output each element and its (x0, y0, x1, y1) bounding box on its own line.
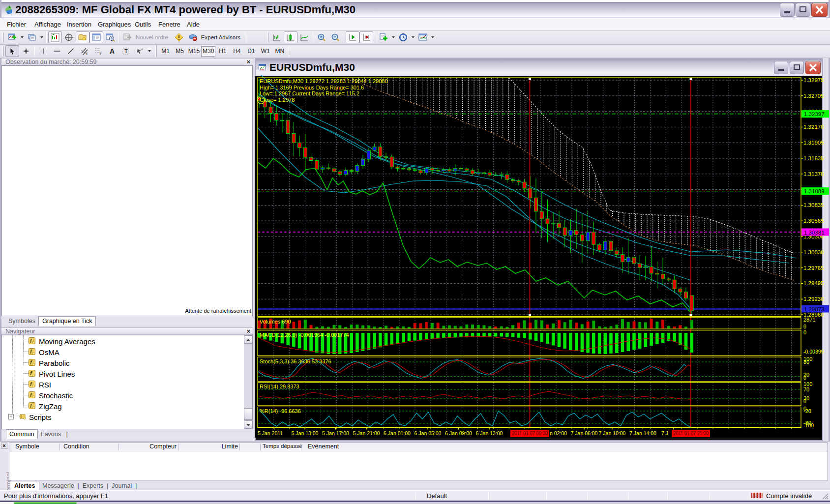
svg-text:n 02:00: n 02:00 (550, 430, 567, 436)
svg-text:EURUSDmfu,M30 1.29272 1.29283: EURUSDmfu,M30 1.29272 1.29283 1.29044 1.… (260, 78, 388, 84)
svg-text:7 Jan 14:00: 7 Jan 14:00 (629, 430, 656, 436)
svg-text:High= 1.3169 Previous Days: High= 1.3169 Previous Days Range= 301.6 (260, 85, 364, 90)
svg-text:5 Jan 2011: 5 Jan 2011 (258, 430, 283, 436)
svg-text:Stoch(5,3,3) 36.3636 53.3376: Stoch(5,3,3) 36.3636 53.3376 (260, 358, 331, 364)
svg-text:6 Jan 01:00: 6 Jan 01:00 (384, 430, 411, 436)
svg-text:-0.00399: -0.00399 (803, 349, 824, 355)
svg-text:2011.01.07 21:00: 2011.01.07 21:00 (673, 430, 709, 436)
svg-text:6 Jan 13:00: 6 Jan 13:00 (476, 430, 503, 436)
svg-text:0: 0 (803, 398, 806, 404)
svg-text:-20: -20 (803, 408, 811, 414)
svg-text:1.31635: 1.31635 (803, 155, 824, 161)
svg-text:1.32705: 1.32705 (803, 93, 824, 99)
svg-text:1.31089: 1.31089 (804, 188, 825, 194)
svg-text:1.29230: 1.29230 (803, 296, 824, 302)
svg-text:1.30381: 1.30381 (804, 230, 825, 236)
svg-text:%R(14) -96.6636: %R(14) -96.6636 (260, 408, 301, 414)
svg-text:7 Jan 06:00: 7 Jan 06:00 (571, 430, 598, 436)
svg-text:Volumes 690: Volumes 690 (260, 319, 291, 325)
svg-text:5 Jan 13:00: 5 Jan 13:00 (292, 430, 319, 436)
svg-text:7 J: 7 J (661, 430, 668, 436)
svg-text:1.31905: 1.31905 (803, 140, 824, 146)
svg-text:0: 0 (803, 324, 806, 329)
svg-text:1.29765: 1.29765 (803, 265, 824, 271)
svg-text:0: 0 (803, 375, 806, 381)
svg-text:1.32170: 1.32170 (803, 124, 824, 130)
svg-text:1.29495: 1.29495 (803, 280, 824, 286)
svg-text:RSI(14) 29.8373: RSI(14) 29.8373 (260, 384, 299, 389)
svg-text:1.30835: 1.30835 (803, 202, 824, 208)
svg-text:6 Jan 09:00: 6 Jan 09:00 (445, 430, 472, 436)
svg-text:1.32975: 1.32975 (803, 77, 824, 83)
svg-text:Close= 1.2978: Close= 1.2978 (260, 97, 295, 103)
svg-text:MACD(12,26,9) -0.001964 -0.001: MACD(12,26,9) -0.001964 -0.001774 (260, 332, 349, 338)
svg-text:1.31370: 1.31370 (803, 171, 824, 177)
svg-text:Low= 1.2967 Current Days Ra: Low= 1.2967 Current Days Range= 115.2 (260, 90, 359, 96)
svg-text:2011.01.07 00:30: 2011.01.07 00:30 (512, 430, 548, 436)
svg-text:2871: 2871 (803, 317, 815, 323)
svg-text:70: 70 (803, 386, 809, 392)
svg-text:80: 80 (803, 359, 809, 365)
svg-text:1.30565: 1.30565 (803, 218, 824, 224)
svg-text:5 Jan 17:00: 5 Jan 17:00 (322, 430, 349, 436)
svg-text:-100: -100 (803, 422, 814, 428)
svg-text:0: 0 (803, 329, 806, 335)
svg-text:1.29073: 1.29073 (804, 306, 825, 312)
svg-text:1.30030: 1.30030 (803, 249, 824, 255)
svg-text:7 Jan 10:00: 7 Jan 10:00 (599, 430, 626, 436)
svg-text:1.32397: 1.32397 (804, 111, 825, 117)
svg-text:5 Jan 21:00: 5 Jan 21:00 (353, 430, 380, 436)
svg-text:6 Jan 05:00: 6 Jan 05:00 (415, 430, 442, 436)
